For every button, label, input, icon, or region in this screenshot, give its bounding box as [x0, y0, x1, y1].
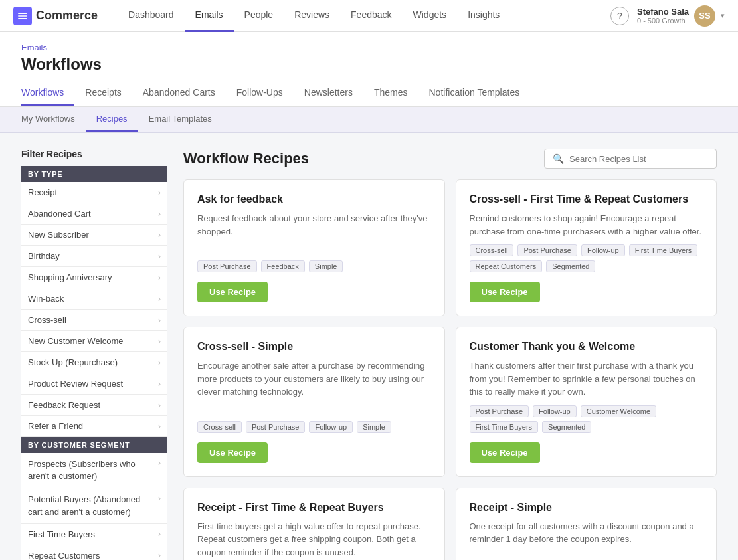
tab-workflows[interactable]: Workflows	[21, 82, 74, 106]
avatar: SS	[694, 5, 715, 27]
tag-first-time-1: First Time Buyers	[629, 244, 698, 256]
filter-cross-sell[interactable]: Cross-sell›	[21, 310, 167, 331]
filter-feedback-request[interactable]: Feedback Request›	[21, 395, 167, 416]
filter-shopping-anniversary[interactable]: Shopping Anniversary›	[21, 267, 167, 288]
tag-segmented-1: Segmented	[546, 260, 595, 272]
use-recipe-button-1[interactable]: Use Recipe	[470, 282, 540, 302]
tab-themes[interactable]: Themes	[363, 82, 418, 106]
tab-newsletters[interactable]: Newsletters	[294, 82, 363, 106]
search-box: 🔍	[544, 149, 717, 169]
use-recipe-button-2[interactable]: Use Recipe	[197, 442, 268, 463]
subtab-recipes[interactable]: Recipes	[86, 107, 138, 132]
recipes-header: Workflow Recipes 🔍	[183, 149, 717, 169]
by-segment-header: BY CUSTOMER SEGMENT	[21, 437, 167, 453]
breadcrumb-emails[interactable]: Emails	[21, 43, 47, 52]
recipe-tags-0: Post Purchase Feedback Simple	[197, 260, 431, 272]
nav-widgets[interactable]: Widgets	[403, 0, 458, 32]
page-title: Workflows	[21, 55, 717, 74]
sub-tabs: My Workflows Recipes Email Templates	[0, 107, 738, 133]
tag-post-purchase-2: Post Purchase	[246, 421, 306, 433]
recipes-grid: Ask for feedback Request feedback about …	[183, 179, 717, 560]
filter-prospects[interactable]: Prospects (Subscribers who aren't a cust…	[21, 453, 167, 488]
recipes-area: Workflow Recipes 🔍 Ask for feedback Requ…	[183, 149, 717, 560]
filter-arrow-repeat: ›	[158, 551, 161, 560]
filter-stock-up[interactable]: Stock Up (Repurchase)›	[21, 352, 167, 373]
recipe-title-3: Customer Thank you & Welcome	[470, 341, 703, 353]
filter-arrow-refer: ›	[158, 422, 161, 431]
help-icon[interactable]: ?	[610, 7, 629, 25]
subtab-email-templates[interactable]: Email Templates	[138, 107, 223, 132]
recipe-card-ask-feedback: Ask for feedback Request feedback about …	[183, 179, 445, 316]
filter-first-time-buyers[interactable]: First Time Buyers›	[21, 524, 167, 545]
filter-potential-buyers[interactable]: Potential Buyers (Abandoned cart and are…	[21, 488, 167, 523]
recipe-title-2: Cross-sell - Simple	[197, 341, 431, 353]
recipe-title-5: Receipt - Simple	[470, 502, 703, 513]
nav-right: ? Stefano Sala 0 - 500 Growth SS ▾	[610, 5, 725, 27]
recipe-tags-1: Cross-sell Post Purchase Follow-up First…	[470, 244, 703, 272]
user-info[interactable]: Stefano Sala 0 - 500 Growth SS ▾	[637, 5, 725, 27]
subtab-my-workflows[interactable]: My Workflows	[21, 107, 86, 132]
brand-icon	[13, 7, 32, 25]
recipes-title: Workflow Recipes	[183, 150, 309, 167]
filter-arrow-abandoned: ›	[158, 209, 161, 219]
nav-insights[interactable]: Insights	[457, 0, 510, 32]
filter-title: Filter Recipes	[21, 149, 167, 159]
filter-arrow-potential: ›	[158, 494, 161, 503]
filter-product-review[interactable]: Product Review Request›	[21, 373, 167, 395]
tag-feedback-0: Feedback	[261, 260, 305, 272]
tag-follow-up-3: Follow-up	[533, 405, 577, 417]
tag-first-time-3: First Time Buyers	[470, 421, 539, 433]
breadcrumb: Emails	[21, 43, 717, 52]
filter-refer-friend[interactable]: Refer a Friend›	[21, 416, 167, 437]
tab-abandoned-carts[interactable]: Abandoned Carts	[132, 82, 226, 106]
filter-sidebar: Filter Recipes BY TYPE Receipt› Abandone…	[21, 149, 167, 560]
brand-logo[interactable]: Commerce	[13, 7, 98, 25]
nav-people[interactable]: People	[234, 0, 284, 32]
by-type-header: BY TYPE	[21, 166, 167, 182]
recipe-desc-4: First time buyers get a high value offer…	[197, 520, 431, 559]
recipe-title-4: Receipt - First Time & Repeat Buyers	[197, 502, 431, 513]
tag-customer-welcome-3: Customer Welcome	[581, 405, 656, 417]
search-input[interactable]	[569, 154, 708, 164]
filter-birthday[interactable]: Birthday›	[21, 246, 167, 267]
filter-new-subscriber[interactable]: New Subscriber›	[21, 225, 167, 246]
use-recipe-button-0[interactable]: Use Recipe	[197, 282, 268, 302]
nav-dashboard[interactable]: Dashboard	[118, 0, 185, 32]
tag-follow-up-2: Follow-up	[309, 421, 353, 433]
sub-header: Emails Workflows Workflows Receipts Aban…	[0, 32, 738, 107]
nav-reviews[interactable]: Reviews	[284, 0, 340, 32]
tab-receipts[interactable]: Receipts	[74, 82, 132, 106]
tag-post-purchase-0: Post Purchase	[197, 260, 257, 272]
filter-win-back[interactable]: Win-back›	[21, 288, 167, 310]
recipe-desc-1: Remind customers to shop again! Encourag…	[470, 212, 703, 238]
tag-simple-0: Simple	[309, 260, 343, 272]
filter-new-customer-welcome[interactable]: New Customer Welcome›	[21, 331, 167, 352]
recipe-desc-5: One receipt for all customers with a dis…	[470, 520, 703, 561]
filter-repeat-customers[interactable]: Repeat Customers›	[21, 545, 167, 560]
recipe-desc-2: Encourage another sale after a purchase …	[197, 359, 431, 415]
top-navigation: Commerce Dashboard Emails People Reviews…	[0, 0, 738, 32]
tab-follow-ups[interactable]: Follow-Ups	[226, 82, 294, 106]
nav-feedback[interactable]: Feedback	[340, 0, 402, 32]
tag-repeat-1: Repeat Customers	[470, 260, 543, 272]
filter-arrow-birthday: ›	[158, 252, 161, 261]
recipe-desc-3: Thank customers after their first purcha…	[470, 359, 703, 399]
filter-receipt[interactable]: Receipt›	[21, 182, 167, 203]
recipe-card-receipt-simple: Receipt - Simple One receipt for all cus…	[456, 488, 717, 561]
nav-links: Dashboard Emails People Reviews Feedback…	[118, 0, 610, 32]
recipe-title-0: Ask for feedback	[197, 193, 431, 205]
main-content: Filter Recipes BY TYPE Receipt› Abandone…	[0, 133, 738, 560]
tag-follow-up-1: Follow-up	[581, 244, 625, 256]
tab-notification-templates[interactable]: Notification Templates	[418, 82, 530, 106]
tag-cross-sell-1: Cross-sell	[470, 244, 514, 256]
recipe-card-thank-you-welcome: Customer Thank you & Welcome Thank custo…	[456, 327, 717, 477]
nav-emails[interactable]: Emails	[185, 0, 234, 32]
filter-arrow-cross: ›	[158, 316, 161, 325]
filter-abandoned-cart[interactable]: Abandoned Cart›	[21, 203, 167, 225]
use-recipe-button-3[interactable]: Use Recipe	[470, 442, 540, 463]
tag-post-purchase-3: Post Purchase	[470, 405, 529, 417]
recipe-desc-0: Request feedback about your store and se…	[197, 212, 431, 254]
tag-simple-2: Simple	[357, 421, 391, 433]
filter-arrow-first: ›	[158, 529, 161, 539]
brand-name: Commerce	[36, 9, 98, 23]
